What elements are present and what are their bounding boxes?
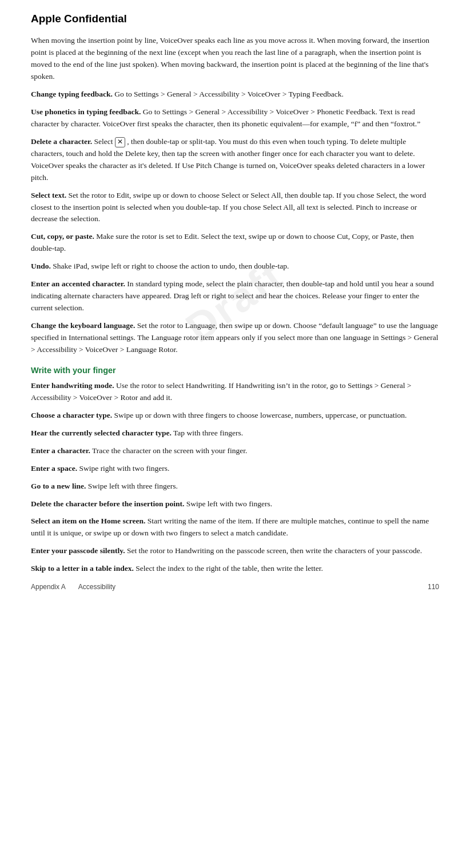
section-label-enter-accented: Enter an accented character. (31, 279, 125, 288)
footer-page-number: 110 (428, 582, 439, 593)
section-select-item-home: Select an item on the Home screen. Start… (31, 515, 439, 539)
section-label-enter-a-character: Enter a character. (31, 446, 90, 455)
section-text-change-typing-feedback: Go to Settings > General > Accessibility… (113, 90, 344, 98)
section-text-enter-a-space: Swipe right with two fingers. (77, 464, 169, 473)
section-label-undo: Undo. (31, 262, 51, 270)
section-label-choose-char-type: Choose a character type. (31, 411, 112, 419)
section-label-enter-passcode: Enter your passcode silently. (31, 546, 125, 555)
section-change-keyboard-language: Change the keyboard language. Set the ro… (31, 320, 439, 356)
section-label-select-item-home: Select an item on the Home screen. (31, 517, 145, 525)
delete-key-icon: ✕ (115, 137, 125, 147)
section-text-go-to-new-line: Swipe left with three fingers. (86, 482, 177, 490)
section-delete-character: Delete a character. Select ✕ , then doub… (31, 136, 439, 184)
section-label-delete-before-insertion: Delete the character before the insertio… (31, 499, 184, 508)
footer-separator (69, 582, 75, 593)
section-delete-before-insertion: Delete the character before the insertio… (31, 498, 439, 510)
section-go-to-new-line: Go to a new line. Swipe left with three … (31, 481, 439, 493)
section-text-delete-character-pre: Select (94, 137, 114, 146)
section-enter-passcode: Enter your passcode silently. Set the ro… (31, 545, 439, 557)
write-section-header: Write with your finger (31, 364, 439, 377)
page-container: Draft Apple Confidential When moving the… (0, 0, 470, 603)
section-enter-a-space: Enter a space. Swipe right with two fing… (31, 463, 439, 475)
section-text-choose-char-type: Swipe up or down with three fingers to c… (112, 411, 407, 419)
intro-paragraph: When moving the insertion point by line,… (31, 35, 439, 83)
section-enter-accented: Enter an accented character. In standard… (31, 278, 439, 314)
section-label-change-typing-feedback: Change typing feedback. (31, 90, 113, 98)
page-footer: Appendix A Accessibility 110 (31, 582, 439, 593)
section-use-phonetics: Use phonetics in typing feedback. Go to … (31, 106, 439, 130)
footer-left: Appendix A Accessibility (31, 582, 115, 593)
section-hear-char-type: Hear the currently selected character ty… (31, 427, 439, 439)
section-text-select-text: Set the rotor to Edit, swipe up or down … (31, 191, 426, 223)
section-cut-copy-paste: Cut, copy, or paste. Make sure the rotor… (31, 231, 439, 255)
section-text-delete-before-insertion: Swipe left with two fingers. (184, 499, 272, 508)
section-skip-to-letter: Skip to a letter in a table index. Selec… (31, 563, 439, 575)
section-label-cut-copy-paste: Cut, copy, or paste. (31, 232, 94, 241)
section-label-delete-character: Delete a character. (31, 137, 92, 146)
section-enter-handwriting: Enter handwriting mode. Use the rotor to… (31, 380, 439, 404)
section-enter-a-character: Enter a character. Trace the character o… (31, 445, 439, 457)
section-label-skip-to-letter: Skip to a letter in a table index. (31, 564, 134, 573)
section-text-enter-a-character: Trace the character on the screen with y… (90, 446, 247, 455)
section-label-enter-handwriting: Enter handwriting mode. (31, 381, 114, 390)
section-label-enter-a-space: Enter a space. (31, 464, 77, 473)
section-label-select-text: Select text. (31, 191, 66, 199)
page-header: Apple Confidential (31, 10, 439, 27)
section-text-hear-char-type: Tap with three fingers. (172, 429, 243, 437)
section-label-change-keyboard-language: Change the keyboard language. (31, 321, 135, 330)
section-text-skip-to-letter: Select the index to the right of the tab… (134, 564, 323, 573)
section-label-use-phonetics: Use phonetics in typing feedback. (31, 107, 141, 116)
section-select-text: Select text. Set the rotor to Edit, swip… (31, 190, 439, 226)
section-label-go-to-new-line: Go to a new line. (31, 482, 86, 490)
section-choose-char-type: Choose a character type. Swipe up or dow… (31, 410, 439, 422)
section-text-undo: Shake iPad, swipe left or right to choos… (51, 262, 289, 270)
section-undo: Undo. Shake iPad, swipe left or right to… (31, 261, 439, 273)
section-text-enter-passcode: Set the rotor to Handwriting on the pass… (125, 546, 423, 555)
section-change-typing-feedback: Change typing feedback. Go to Settings >… (31, 89, 439, 101)
section-label-hear-char-type: Hear the currently selected character ty… (31, 429, 172, 437)
footer-appendix-label: Appendix A (31, 582, 66, 593)
footer-accessibility-label: Accessibility (78, 582, 115, 593)
